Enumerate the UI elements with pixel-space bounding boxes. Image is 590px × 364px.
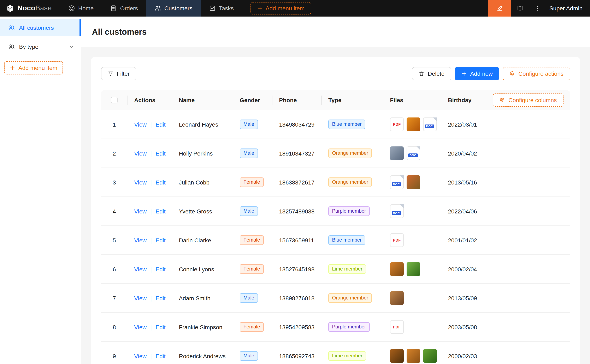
image-file-thumbnail[interactable] xyxy=(390,291,404,305)
main-menu: Home Orders Customers Tasks xyxy=(60,0,242,17)
image-file-thumbnail[interactable] xyxy=(423,349,437,363)
view-link[interactable]: View xyxy=(134,121,146,128)
nocobase-logo[interactable]: NocoBase xyxy=(0,0,58,17)
customer-name: Darin Clarke xyxy=(172,226,233,255)
nav-item-tasks[interactable]: Tasks xyxy=(201,0,242,17)
edit-link[interactable]: Edit xyxy=(155,208,166,214)
gender-tag: Male xyxy=(240,206,258,216)
filter-button[interactable]: Filter xyxy=(101,67,136,80)
type-cell: Orange member xyxy=(322,168,383,197)
birthday: 2020/04/02 xyxy=(441,139,486,168)
view-link[interactable]: View xyxy=(134,150,146,156)
docs-button[interactable] xyxy=(511,0,529,17)
user-menu[interactable]: Super Admin xyxy=(546,5,590,12)
sidebar-item-label: By type xyxy=(19,43,38,50)
ui-editor-button[interactable] xyxy=(488,0,511,17)
configure-columns-label: Configure columns xyxy=(508,97,557,103)
action-divider: | xyxy=(150,121,152,128)
gender-tag: Female xyxy=(240,177,264,187)
delete-label: Delete xyxy=(428,70,444,77)
top-navbar: NocoBase Home Orders Customers Tasks Add xyxy=(0,0,590,17)
book-icon xyxy=(517,5,523,12)
edit-link[interactable]: Edit xyxy=(155,237,166,243)
doc-glyph: DOC xyxy=(392,211,401,215)
pdf-file-thumbnail[interactable]: PDF xyxy=(390,233,404,247)
add-menu-item-button-nav[interactable]: Add menu item xyxy=(250,2,311,14)
image-file-thumbnail[interactable] xyxy=(407,176,420,189)
view-link[interactable]: View xyxy=(134,324,146,330)
nav-item-home[interactable]: Home xyxy=(60,0,102,17)
type-tag: Lime member xyxy=(328,264,366,274)
action-divider: | xyxy=(150,353,152,359)
files-cell xyxy=(383,255,441,284)
chevron-down-icon xyxy=(68,43,75,50)
table-row: 9View|EditRoderick AndrewsMale1886509274… xyxy=(101,342,570,364)
edit-link[interactable]: Edit xyxy=(155,179,166,186)
doc-file-thumbnail[interactable]: DOC xyxy=(390,204,404,218)
doc-file-thumbnail[interactable]: DOC xyxy=(390,176,404,189)
files-cell: PDF xyxy=(383,313,441,342)
files-cell: DOC xyxy=(383,168,441,197)
column-header-actions: Actions xyxy=(127,90,172,110)
sidebar-item-all-customers[interactable]: All customers xyxy=(0,19,81,36)
action-divider: | xyxy=(150,179,152,186)
image-file-thumbnail[interactable] xyxy=(390,262,404,276)
files-cell: PDFDOC xyxy=(383,110,441,139)
image-file-thumbnail[interactable] xyxy=(407,117,420,131)
edit-link[interactable]: Edit xyxy=(155,150,166,156)
image-file-thumbnail[interactable] xyxy=(390,146,404,160)
delete-button[interactable]: Delete xyxy=(412,67,451,80)
edit-link[interactable]: Edit xyxy=(155,324,166,330)
doc-glyph: DOC xyxy=(425,124,434,128)
table-row: 2View|EditHolly PerkinsMale18910347327Or… xyxy=(101,139,570,168)
configure-column-cell xyxy=(486,255,570,284)
configure-columns-button[interactable]: Configure columns xyxy=(493,93,563,106)
type-cell: Blue member xyxy=(322,226,383,255)
page-fold xyxy=(400,176,404,179)
type-cell: Purple member xyxy=(322,197,383,226)
image-file-thumbnail[interactable] xyxy=(390,349,404,363)
column-header-name: Name xyxy=(172,90,233,110)
gender-tag: Male xyxy=(240,120,258,129)
edit-link[interactable]: Edit xyxy=(155,295,166,301)
customer-name: Connie Lyons xyxy=(172,255,233,284)
image-file-thumbnail[interactable] xyxy=(407,349,420,363)
nav-item-orders[interactable]: Orders xyxy=(102,0,146,17)
files-cell xyxy=(383,342,441,364)
configure-actions-button[interactable]: Configure actions xyxy=(503,67,570,80)
doc-file-thumbnail[interactable]: DOC xyxy=(423,117,437,131)
sidebar-item-by-type[interactable]: By type xyxy=(0,38,81,55)
action-divider: | xyxy=(150,208,152,214)
pdf-glyph: PDF xyxy=(393,122,401,126)
view-link[interactable]: View xyxy=(134,295,146,301)
view-link[interactable]: View xyxy=(134,353,146,359)
select-all-checkbox[interactable] xyxy=(111,97,118,104)
edit-link[interactable]: Edit xyxy=(155,121,166,128)
edit-link[interactable]: Edit xyxy=(155,266,166,272)
page-header: All customers xyxy=(81,17,590,47)
add-new-button[interactable]: Add new xyxy=(454,67,499,80)
filter-funnel-icon xyxy=(108,71,113,77)
view-link[interactable]: View xyxy=(134,208,146,214)
pdf-file-thumbnail[interactable]: PDF xyxy=(390,320,404,334)
nav-item-label: Orders xyxy=(120,5,138,12)
gender-cell: Female xyxy=(233,255,272,284)
add-menu-item-button-sidebar[interactable]: Add menu item xyxy=(4,61,63,74)
view-link[interactable]: View xyxy=(134,266,146,272)
edit-link[interactable]: Edit xyxy=(155,353,166,359)
birthday: 2003/05/08 xyxy=(441,313,486,342)
files-group xyxy=(390,291,435,305)
more-menu-button[interactable] xyxy=(529,0,546,17)
birthday: 2022/03/01 xyxy=(441,110,486,139)
pdf-file-thumbnail[interactable]: PDF xyxy=(390,117,404,131)
row-actions: View|Edit xyxy=(127,168,172,197)
birthday: 2013/05/09 xyxy=(441,284,486,313)
view-link[interactable]: View xyxy=(134,179,146,186)
main-area: All customers Filter Delete xyxy=(81,17,590,364)
image-file-thumbnail[interactable] xyxy=(407,262,420,276)
files-group xyxy=(390,349,435,363)
nav-item-customers[interactable]: Customers xyxy=(146,0,201,17)
type-cell: Blue member xyxy=(322,110,383,139)
view-link[interactable]: View xyxy=(134,237,146,243)
doc-file-thumbnail[interactable]: DOC xyxy=(407,146,420,160)
